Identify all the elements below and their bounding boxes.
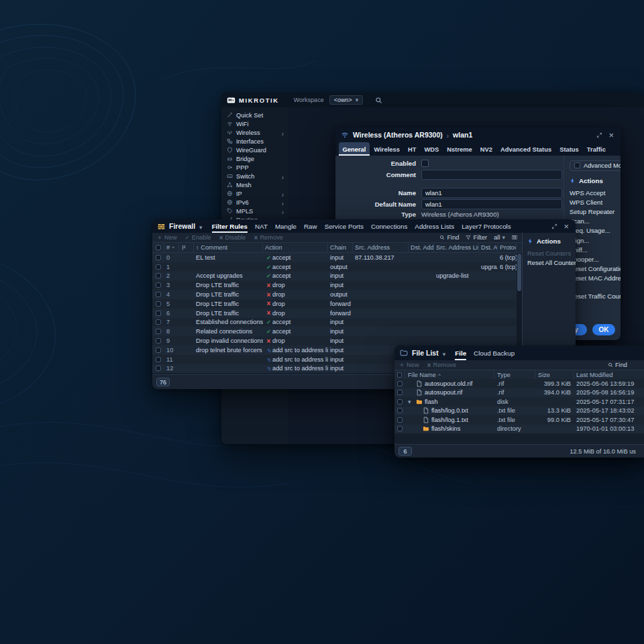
enable-button[interactable]: Enable <box>185 234 211 241</box>
default-name-input[interactable]: wlan1 <box>421 199 562 209</box>
wireless-tab[interactable]: Wireless <box>370 142 403 156</box>
firewall-rule-row[interactable]: 4 Drop LTE traffic drop output <box>152 290 522 299</box>
row-checkbox[interactable] <box>156 311 161 316</box>
sidebar-item[interactable]: MPLS <box>221 207 288 215</box>
filelist-tab[interactable]: Cloud Backup <box>474 345 515 360</box>
row-checkbox[interactable] <box>397 390 402 395</box>
row-checkbox[interactable] <box>397 399 402 405</box>
firewall-tab[interactable]: NAT <box>255 219 268 233</box>
main-titlebar[interactable]: MIKROTIK Workspace <own> <box>221 93 644 107</box>
row-checkbox[interactable] <box>397 417 402 423</box>
sidebar-item[interactable]: IPv6 <box>221 198 288 207</box>
firewall-rule-row[interactable]: 9 Drop invalid connections drop input <box>152 336 522 345</box>
search-icon[interactable] <box>375 97 382 104</box>
firewall-rule-row[interactable]: 3 Drop LTE traffic drop input <box>152 280 522 290</box>
wireless-tab[interactable]: Status <box>556 142 583 156</box>
firewall-tab[interactable]: Address Lists <box>415 219 454 233</box>
firewall-titlebar[interactable]: Firewall Filter RulesNATMangleRawService… <box>152 219 576 233</box>
row-checkbox[interactable] <box>156 282 161 288</box>
wireless-action-item[interactable]: WPS Client <box>570 197 621 207</box>
column-src-address[interactable]: Src. Address <box>353 243 409 252</box>
row-checkbox[interactable] <box>156 357 161 362</box>
firewall-rule-row[interactable]: 2 Accept upgrades accept input upgrade-l… <box>152 272 522 281</box>
sidebar-item[interactable]: Quick Set <box>221 111 288 119</box>
columns-icon[interactable] <box>512 235 517 240</box>
expand-arrow-icon[interactable] <box>408 398 413 405</box>
row-checkbox[interactable] <box>156 329 161 334</box>
file-row[interactable]: flash/skins directory 1970-01-01 03:00:1… <box>394 425 644 434</box>
find-button[interactable]: Find <box>608 362 627 368</box>
sidebar-item[interactable]: Mesh <box>221 180 288 189</box>
wireless-titlebar[interactable]: Wireless (Atheros AR9300) wlan1 <box>335 127 621 142</box>
scope-select[interactable]: all <box>494 234 505 241</box>
select-all-checkbox[interactable] <box>397 372 402 378</box>
sidebar-item[interactable]: Bridge <box>221 154 288 163</box>
name-input[interactable]: wlan1 <box>421 188 562 198</box>
wireless-action-item[interactable]: WPS Accept <box>570 188 621 197</box>
row-checkbox[interactable] <box>156 347 161 353</box>
firewall-rule-row[interactable]: 5 Drop LTE traffic drop forward <box>152 299 522 309</box>
find-button[interactable]: Find <box>439 234 459 241</box>
wireless-tab[interactable]: HT <box>404 142 420 156</box>
row-checkbox[interactable] <box>156 255 161 260</box>
row-checkbox[interactable] <box>397 426 402 431</box>
column-chain[interactable]: Chain <box>328 243 353 252</box>
caret-down-icon[interactable] <box>443 347 446 359</box>
workspace-select[interactable]: <own> <box>329 95 364 105</box>
wireless-action-item[interactable]: Freq. Usage... <box>570 226 621 235</box>
wireless-action-item[interactable]: Scan... <box>570 217 621 226</box>
remove-button[interactable]: Remove <box>427 362 456 369</box>
firewall-rule-row[interactable]: 0 EL test accept input 87.110.38.217 6 (… <box>152 253 522 262</box>
comment-input[interactable] <box>421 170 562 180</box>
row-checkbox[interactable] <box>397 381 402 386</box>
sidebar-item[interactable]: PPP <box>221 163 288 172</box>
sidebar-item[interactable]: Wireless <box>221 128 288 137</box>
maximize-icon[interactable] <box>551 223 557 229</box>
firewall-tab[interactable]: Filter Rules <box>212 219 248 233</box>
row-checkbox[interactable] <box>156 301 161 307</box>
select-all-checkbox[interactable] <box>156 245 161 250</box>
row-checkbox[interactable] <box>156 292 161 297</box>
new-button[interactable]: New <box>399 362 419 368</box>
wireless-tab[interactable]: NV2 <box>476 142 496 156</box>
firewall-tab[interactable]: Mangle <box>275 219 297 233</box>
filelist-tab[interactable]: File <box>455 345 466 360</box>
sidebar-item[interactable]: Interfaces <box>221 137 288 146</box>
column-dst-address[interactable]: Dst. Addr... <box>409 243 434 252</box>
wireless-tab[interactable]: Traffic <box>583 142 609 156</box>
column-last-modified[interactable]: Last Modified <box>574 370 644 380</box>
scrollbar-thumb[interactable] <box>517 254 521 291</box>
advanced-mode-toggle[interactable]: Advanced Mode <box>570 160 621 171</box>
firewall-rule-row[interactable]: 6 Drop LTE traffic drop forward <box>152 309 522 318</box>
enabled-checkbox[interactable] <box>421 160 429 167</box>
column-action[interactable]: Action <box>263 243 328 252</box>
wireless-action-item[interactable]: Reset Configuration <box>570 264 621 274</box>
wireless-action-item[interactable]: Reset Traffic Counters <box>570 292 621 301</box>
wireless-action-item[interactable]: Sniff... <box>570 245 621 254</box>
column-comment[interactable]: Comment <box>194 243 263 252</box>
wireless-action-item[interactable]: Reset MAC Address <box>570 274 621 283</box>
wireless-action-item[interactable]: Align... <box>570 235 621 245</box>
firewall-tab[interactable]: Connections <box>371 219 407 233</box>
firewall-rule-row[interactable]: 7 Established connections accept input <box>152 318 522 327</box>
wireless-tab[interactable]: Nstreme <box>443 142 476 156</box>
caret-down-icon[interactable] <box>199 220 203 232</box>
column-src-address-list[interactable]: Src. Address List <box>434 243 479 252</box>
disable-button[interactable]: Disable <box>219 234 246 241</box>
firewall-tab[interactable]: Service Ports <box>325 219 364 233</box>
column-protocol[interactable]: Protoc... <box>498 243 517 252</box>
wireless-tab[interactable]: WDS <box>421 142 443 156</box>
column-flag[interactable] <box>179 243 194 252</box>
sidebar-item[interactable]: WiFi <box>221 119 288 128</box>
file-row[interactable]: flash disk 2025-05-17 07:31:17 <box>394 397 644 407</box>
wireless-tab[interactable]: Advanced Status <box>497 142 555 156</box>
firewall-rule-row[interactable]: 1 accept output upgra... 6 (tcp) <box>152 262 522 272</box>
column-file-name[interactable]: File Name^ <box>405 370 494 380</box>
firewall-action-item[interactable]: Reset All Counters <box>527 258 576 267</box>
filter-button[interactable]: Filter <box>466 234 487 241</box>
row-checkbox[interactable] <box>156 273 161 278</box>
sidebar-item[interactable]: WireGuard <box>221 146 288 154</box>
close-icon[interactable] <box>564 222 569 231</box>
sidebar-item[interactable]: IP <box>221 189 288 198</box>
sidebar-item[interactable]: Switch <box>221 172 288 180</box>
